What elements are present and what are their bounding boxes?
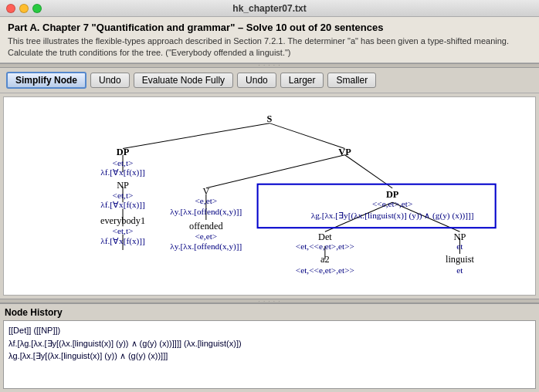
titlebar: hk_chapter07.txt xyxy=(0,0,539,17)
tree-area[interactable]: S DP <et,t> λf.[∀x[f(x)]] NP <et,t> λf.[… xyxy=(3,96,536,296)
svg-text:<et,t>: <et,t> xyxy=(113,158,134,167)
close-button[interactable] xyxy=(6,4,15,13)
svg-text:λf.[∀x[f(x)]]: λf.[∀x[f(x)]] xyxy=(100,200,145,210)
undo2-button[interactable]: Undo xyxy=(237,73,276,88)
svg-text:DP: DP xyxy=(117,146,130,157)
tree-svg: S DP <et,t> λf.[∀x[f(x)]] NP <et,t> λf.[… xyxy=(4,97,535,295)
simplify-node-button[interactable]: Simplify Node xyxy=(6,72,86,89)
svg-text:V: V xyxy=(202,186,209,197)
tree-container: S DP <et,t> λf.[∀x[f(x)]] NP <et,t> λf.[… xyxy=(4,97,535,295)
svg-text:NP: NP xyxy=(454,231,466,242)
history-content: [[Det]] ([[NP]]) λf.[λg.[λx.[∃y[(λx.[lin… xyxy=(3,320,536,389)
history-line-1: [[Det]] ([[NP]]) xyxy=(8,324,531,337)
history-line-3: λg.[λx.[∃y[(λx.[linguist(x)] (y)) ∧ (g(y… xyxy=(8,350,531,363)
svg-line-1 xyxy=(270,123,345,148)
svg-text:VP: VP xyxy=(338,146,351,157)
svg-text:offended: offended xyxy=(189,221,223,231)
larger-button[interactable]: Larger xyxy=(280,73,324,88)
svg-text:everybody1: everybody1 xyxy=(100,215,145,226)
smaller-button[interactable]: Smaller xyxy=(327,73,376,88)
history-area: Node History [[Det]] ([[NP]]) λf.[λg.[λx… xyxy=(0,303,539,392)
svg-text:<et,t>: <et,t> xyxy=(113,191,134,200)
svg-text:λy.[λx.[offend(x,y)]]: λy.[λx.[offend(x,y)]] xyxy=(170,242,242,252)
svg-text:Det: Det xyxy=(318,231,332,242)
svg-text:λf.[∀x[f(x)]]: λf.[∀x[f(x)]] xyxy=(100,236,145,246)
svg-line-0 xyxy=(123,123,270,148)
svg-text:NP: NP xyxy=(117,180,129,191)
svg-text:DP: DP xyxy=(386,189,399,200)
minimize-button[interactable] xyxy=(19,4,29,13)
header-description: This tree illustrates the flexible-types… xyxy=(8,35,531,59)
undo1-button[interactable]: Undo xyxy=(90,73,130,88)
toolbar: Simplify Node Undo Evaluate Node Fully U… xyxy=(0,68,539,93)
svg-text:linguist: linguist xyxy=(446,254,475,265)
page-title: Part A. Chapter 7 "Quantification and gr… xyxy=(8,22,531,33)
svg-text:<et,t>: <et,t> xyxy=(113,226,134,235)
history-label: Node History xyxy=(3,307,536,318)
header-area: Part A. Chapter 7 "Quantification and gr… xyxy=(0,17,539,63)
svg-text:λy.[λx.[offend(x,y)]]: λy.[λx.[offend(x,y)]] xyxy=(170,207,242,217)
svg-text:<et,<<e,et>,et>>: <et,<<e,et>,et>> xyxy=(296,242,354,251)
svg-text:<et,<<e,et>,et>>: <et,<<e,et>,et>> xyxy=(296,265,354,274)
svg-text:a2: a2 xyxy=(320,254,330,265)
main-content: Part A. Chapter 7 "Quantification and gr… xyxy=(0,17,539,392)
svg-text:<<e,et>,et>: <<e,et>,et> xyxy=(372,199,412,208)
evaluate-node-button[interactable]: Evaluate Node Fully xyxy=(134,73,233,88)
svg-text:<e,et>: <e,et> xyxy=(195,231,217,240)
history-line-2: λf.[λg.[λx.[∃y[(λx.[linguist(x)] (y)) ∧ … xyxy=(8,337,531,350)
svg-line-7 xyxy=(345,154,393,188)
svg-text:λf.[∀x[f(x)]]: λf.[∀x[f(x)]] xyxy=(100,167,145,177)
svg-text:et: et xyxy=(456,265,463,274)
svg-text:S: S xyxy=(267,113,273,123)
window-title: hk_chapter07.txt xyxy=(232,3,306,14)
svg-line-6 xyxy=(206,154,345,188)
svg-text:λg.[λx.[∃y[(λx.[linguist(x)] (: λg.[λx.[∃y[(λx.[linguist(x)] (y)) ∧ (g(y… xyxy=(311,211,474,221)
traffic-lights xyxy=(6,4,42,13)
maximize-button[interactable] xyxy=(32,4,42,13)
svg-text:<e,et>: <e,et> xyxy=(195,196,217,205)
svg-text:et: et xyxy=(456,242,463,251)
